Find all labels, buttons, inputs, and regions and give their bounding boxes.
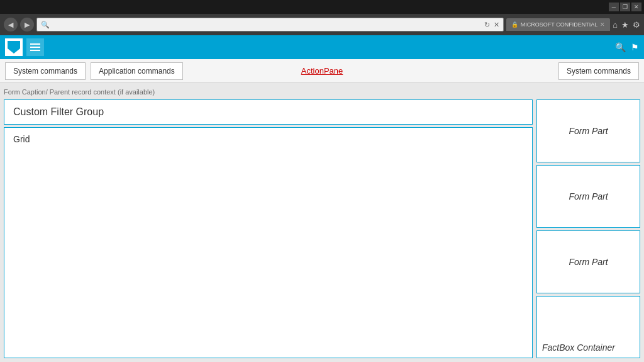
- browser-tab[interactable]: 🔒 MICROSOFT CONFIDENTIAL ✕: [506, 18, 610, 31]
- close-address-icon[interactable]: ✕: [494, 21, 499, 29]
- toolbar-flag-icon[interactable]: ⚑: [631, 42, 639, 52]
- factbox-container: FactBox Container: [536, 296, 640, 358]
- app-toolbar: 🔍 ⚑: [0, 35, 644, 59]
- minimize-button[interactable]: ─: [609, 3, 619, 11]
- search-icon-address: 🔍: [41, 21, 50, 29]
- left-panel: Custom Filter Group Grid: [4, 99, 533, 358]
- logo-icon: [8, 41, 20, 54]
- favorite-icon[interactable]: ★: [621, 20, 629, 30]
- ribbon-system-commands-right-group: System commands: [558, 62, 639, 80]
- system-commands-right-button[interactable]: System commands: [558, 62, 639, 80]
- hamburger-line-2: [30, 47, 40, 48]
- tab-label: MICROSOFT CONFIDENTIAL: [521, 21, 597, 28]
- form-caption: Form Caption/ Parent record context (if …: [4, 87, 640, 97]
- content-area: Custom Filter Group Grid Form Part Form …: [4, 99, 640, 358]
- restore-button[interactable]: ❐: [620, 3, 630, 11]
- hamburger-line-1: [30, 43, 40, 45]
- toolbar-search-icon[interactable]: 🔍: [615, 42, 626, 52]
- browser-right-icons: ⌂ ★ ⚙: [613, 20, 640, 30]
- browser-bar: ◀ ▶ 🔍 ↻ ✕ 🔒 MICROSOFT CONFIDENTIAL ✕ ⌂ ★…: [0, 14, 644, 35]
- factbox-panel: Form Part Form Part Form Part FactBox Co…: [536, 99, 640, 358]
- forward-button[interactable]: ▶: [20, 18, 34, 31]
- main-content: Form Caption/ Parent record context (if …: [0, 83, 644, 362]
- ribbon-application-commands-group: Application commands: [91, 62, 183, 80]
- ribbon-system-commands-left-group: System commands: [5, 62, 86, 80]
- application-commands-button[interactable]: Application commands: [91, 62, 183, 80]
- refresh-icon[interactable]: ↻: [484, 21, 490, 29]
- ribbon: System commands Application commands Act…: [0, 59, 644, 83]
- system-commands-left-button[interactable]: System commands: [5, 62, 86, 80]
- form-part-1: Form Part: [536, 99, 640, 162]
- app-logo: [5, 38, 23, 56]
- home-icon[interactable]: ⌂: [613, 20, 618, 30]
- form-part-3: Form Part: [536, 230, 640, 293]
- hamburger-line-3: [30, 50, 40, 51]
- custom-filter-group-box: Custom Filter Group: [4, 99, 533, 125]
- tab-bar: 🔒 MICROSOFT CONFIDENTIAL ✕: [506, 18, 610, 31]
- back-button[interactable]: ◀: [4, 18, 18, 31]
- grid-box: Grid: [4, 127, 533, 358]
- form-part-2: Form Part: [536, 165, 640, 228]
- address-bar[interactable]: 🔍 ↻ ✕: [36, 18, 504, 31]
- hamburger-menu-button[interactable]: [26, 38, 44, 56]
- action-pane-label[interactable]: ActionPane: [301, 66, 343, 76]
- settings-icon[interactable]: ⚙: [633, 20, 640, 30]
- tab-close-icon[interactable]: ✕: [600, 21, 605, 28]
- close-button[interactable]: ✕: [631, 3, 641, 11]
- tab-confidential-icon: 🔒: [511, 21, 518, 28]
- title-bar: ─ ❐ ✕: [0, 0, 644, 14]
- toolbar-right: 🔍 ⚑: [615, 42, 639, 52]
